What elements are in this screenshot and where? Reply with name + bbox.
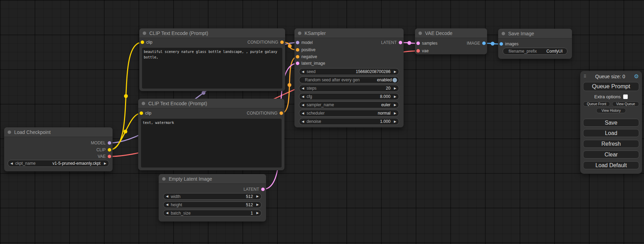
- denoise-widget[interactable]: ◀ denoise 1.000 ▶: [299, 118, 399, 125]
- widget-value: 20: [386, 86, 390, 91]
- load-button[interactable]: Load: [583, 129, 639, 137]
- clear-button[interactable]: Clear: [583, 151, 639, 159]
- negative-input-port[interactable]: [296, 55, 299, 58]
- link-midpoint-dot: [288, 83, 291, 87]
- node-title-bar[interactable]: CLIP Text Encode (Prompt): [138, 99, 284, 108]
- decrement-arrow-icon[interactable]: ◀: [302, 95, 304, 98]
- increment-arrow-icon[interactable]: ▶: [104, 162, 106, 165]
- image-output-port[interactable]: [482, 42, 486, 45]
- node-title: Empty Latent Image: [169, 176, 212, 182]
- view-queue-button[interactable]: View Queue: [612, 101, 639, 107]
- extra-options-row: Extra options: [580, 94, 642, 99]
- node-collapse-dot[interactable]: [143, 31, 146, 35]
- settings-gear-icon[interactable]: ⚙: [634, 74, 639, 79]
- output-label: LATENT: [381, 40, 397, 45]
- increment-arrow-icon[interactable]: ▶: [394, 70, 396, 73]
- node-title-bar[interactable]: Save Image: [498, 29, 572, 38]
- clip-input-port[interactable]: [141, 40, 144, 44]
- latent-output-port[interactable]: [261, 188, 265, 191]
- increment-arrow-icon[interactable]: ▶: [394, 95, 396, 98]
- increment-arrow-icon[interactable]: ▶: [256, 211, 259, 215]
- increment-arrow-icon[interactable]: ▶: [394, 120, 396, 123]
- save-button[interactable]: Save: [583, 119, 639, 127]
- clip-input-port[interactable]: [140, 111, 143, 115]
- decrement-arrow-icon[interactable]: ◀: [302, 70, 304, 73]
- increment-arrow-icon[interactable]: ▶: [394, 112, 396, 115]
- node-title-bar[interactable]: CLIP Text Encode (Prompt): [139, 28, 285, 38]
- widget-label: filename_prefix: [509, 49, 537, 54]
- increment-arrow-icon[interactable]: ▶: [256, 195, 259, 198]
- enabled-toggle[interactable]: [392, 78, 397, 82]
- decrement-arrow-icon[interactable]: ◀: [10, 162, 13, 165]
- latent-image-input-port[interactable]: [296, 62, 299, 65]
- node-title: VAE Decode: [425, 30, 452, 36]
- refresh-button[interactable]: Refresh: [583, 140, 639, 148]
- decrement-arrow-icon[interactable]: ◀: [302, 120, 304, 123]
- seed-widget[interactable]: ◀ seed 156680208700286 ▶: [299, 68, 399, 75]
- decrement-arrow-icon[interactable]: ◀: [302, 87, 304, 90]
- images-input-port[interactable]: [500, 42, 503, 46]
- queue-menu-panel: ⠿ Queue size: 0 ⚙ Queue Prompt Extra opt…: [580, 71, 642, 174]
- node-title: CLIP Text Encode (Prompt): [149, 30, 208, 36]
- queue-prompt-button[interactable]: Queue Prompt: [583, 82, 639, 91]
- decrement-arrow-icon[interactable]: ◀: [302, 112, 304, 115]
- latent-output-port[interactable]: [399, 41, 402, 44]
- vae-input-port[interactable]: [416, 49, 420, 53]
- input-row: model: [296, 39, 313, 46]
- filename-prefix-widget[interactable]: filename_prefix ComfyUI: [503, 48, 567, 55]
- input-label: model: [301, 40, 313, 45]
- extra-options-checkbox[interactable]: [623, 94, 628, 99]
- batch-size-widget[interactable]: ◀ batch_size 1 ▶: [163, 210, 262, 216]
- steps-widget[interactable]: ◀ steps 20 ▶: [299, 85, 399, 92]
- width-widget[interactable]: ◀ width 512 ▶: [163, 193, 262, 200]
- clip-output-port[interactable]: [108, 148, 111, 152]
- view-history-button[interactable]: View History: [596, 108, 626, 113]
- output-label: MODEL: [91, 141, 106, 145]
- negative-prompt-textarea[interactable]: text, watermark: [141, 119, 282, 168]
- load-default-button[interactable]: Load Default: [583, 161, 639, 169]
- model-output-port[interactable]: [108, 141, 111, 145]
- scheduler-widget[interactable]: ◀ scheduler normal ▶: [299, 110, 399, 117]
- ckpt-name-widget[interactable]: ◀ ckpt_name v1-5-pruned-emaonly.ckpt ▶: [8, 160, 109, 167]
- node-collapse-dot[interactable]: [418, 31, 422, 35]
- drag-handle-icon[interactable]: ⠿: [583, 74, 586, 79]
- conditioning-output-port[interactable]: [280, 40, 284, 44]
- output-row: VAE: [98, 153, 111, 160]
- increment-arrow-icon[interactable]: ▶: [394, 87, 396, 90]
- input-label: samples: [422, 41, 438, 46]
- node-clip-text-encode-positive: CLIP Text Encode (Prompt) clip CONDITION…: [139, 28, 285, 91]
- height-widget[interactable]: ◀ height 512 ▶: [163, 201, 262, 208]
- widget-value: 512: [246, 194, 253, 199]
- widget-value: v1-5-pruned-emaonly.ckpt: [53, 161, 101, 166]
- node-collapse-dot[interactable]: [162, 177, 166, 181]
- model-input-port[interactable]: [296, 41, 299, 44]
- node-title-bar[interactable]: VAE Decode: [415, 28, 487, 38]
- samples-input-port[interactable]: [416, 42, 420, 45]
- node-title-bar[interactable]: KSampler: [294, 28, 404, 38]
- output-row: CONDITIONING: [247, 39, 284, 45]
- node-collapse-dot[interactable]: [298, 31, 301, 35]
- increment-arrow-icon[interactable]: ▶: [394, 103, 396, 107]
- widget-label: seed: [307, 69, 316, 74]
- decrement-arrow-icon[interactable]: ◀: [166, 211, 168, 215]
- node-title-bar[interactable]: Empty Latent Image: [159, 174, 266, 184]
- node-title-bar[interactable]: Load Checkpoint: [4, 127, 113, 137]
- graph-canvas[interactable]: Load Checkpoint MODEL CLIP VAE ◀ ckpt_na…: [0, 0, 644, 244]
- conditioning-output-port[interactable]: [280, 111, 283, 115]
- random-seed-widget[interactable]: Random seed after every gen enabled: [299, 76, 399, 83]
- increment-arrow-icon[interactable]: ▶: [256, 203, 259, 206]
- decrement-arrow-icon[interactable]: ◀: [166, 203, 168, 206]
- positive-input-port[interactable]: [296, 48, 299, 52]
- positive-prompt-textarea[interactable]: beautiful scenery nature glass bottle la…: [142, 48, 282, 89]
- node-save-image: Save Image images filename_prefix ComfyU…: [498, 29, 572, 59]
- node-collapse-dot[interactable]: [502, 32, 505, 35]
- node-collapse-dot[interactable]: [142, 102, 145, 105]
- queue-front-button[interactable]: Queue Front: [583, 101, 610, 107]
- decrement-arrow-icon[interactable]: ◀: [166, 195, 168, 198]
- decrement-arrow-icon[interactable]: ◀: [302, 103, 304, 107]
- cfg-widget[interactable]: ◀ cfg 8.000 ▶: [299, 93, 399, 100]
- node-collapse-dot[interactable]: [8, 130, 11, 134]
- sampler-name-widget[interactable]: ◀ sampler_name euler ▶: [299, 101, 399, 108]
- vae-output-port[interactable]: [108, 155, 111, 158]
- widget-label: denoise: [307, 119, 321, 124]
